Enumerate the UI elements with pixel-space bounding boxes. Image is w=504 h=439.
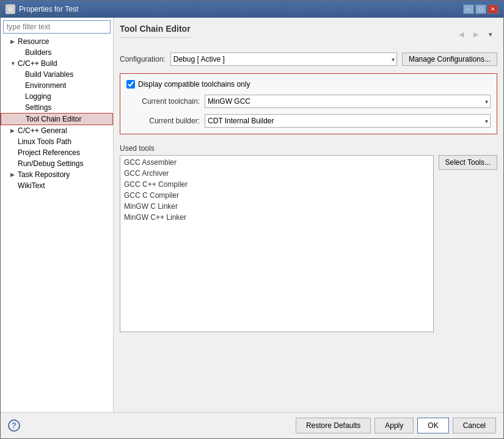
sidebar-item-label-build-variables: Build Variables xyxy=(25,70,73,79)
sidebar-item-label-resource: Resource xyxy=(18,37,49,46)
sidebar-item-label-task-repository: Task Repository xyxy=(18,170,70,179)
bottom-bar: ? Restore Defaults Apply OK Cancel xyxy=(1,412,503,438)
sidebar-item-build-variables[interactable]: Build Variables xyxy=(1,69,113,80)
sidebar: ▶ Resource Builders ▼ C/C++ Build Build … xyxy=(1,18,114,412)
sidebar-item-environment[interactable]: Environment xyxy=(1,80,113,91)
sidebar-item-wikitext[interactable]: WikiText xyxy=(1,180,113,191)
current-toolchain-row: Current toolchain: MinGW GCC ▾ xyxy=(126,95,491,108)
used-tools-section: Used tools GCC AssemblerGCC ArchiverGCC … xyxy=(120,144,497,332)
window-controls: ─ □ ✕ xyxy=(463,4,499,14)
compatible-toolchains-checkbox[interactable] xyxy=(126,80,135,89)
sidebar-item-label-linux-tools-path: Linux Tools Path xyxy=(18,137,71,146)
compatible-toolchains-row: Display compatible toolchains only xyxy=(126,80,491,89)
tool-item[interactable]: GCC Assembler xyxy=(122,157,432,168)
minimize-button[interactable]: ─ xyxy=(463,4,474,14)
tool-item[interactable]: MinGW C Linker xyxy=(122,201,432,212)
sidebar-item-project-references[interactable]: Project References xyxy=(1,147,113,158)
configuration-select[interactable]: Debug [ Active ] xyxy=(170,53,397,66)
spacer-run-debug xyxy=(10,161,16,167)
current-toolchain-label: Current toolchain: xyxy=(126,97,200,106)
sidebar-item-label-wikitext: WikiText xyxy=(18,181,45,190)
toolchain-select-wrapper: MinGW GCC ▾ xyxy=(205,95,491,108)
compatible-toolchains-label: Display compatible toolchains only xyxy=(138,80,250,89)
sidebar-item-label-logging: Logging xyxy=(25,92,51,101)
spacer-builders xyxy=(18,49,24,56)
expand-arrow-task-repository: ▶ xyxy=(10,172,16,178)
tool-item[interactable]: GCC C Compiler xyxy=(122,190,432,201)
toolchain-select[interactable]: MinGW GCC xyxy=(205,95,491,108)
sidebar-item-logging[interactable]: Logging xyxy=(1,91,113,102)
sidebar-item-cpp-build[interactable]: ▼ C/C++ Build xyxy=(1,58,113,69)
apply-button[interactable]: Apply xyxy=(374,418,414,434)
close-button[interactable]: ✕ xyxy=(488,4,499,14)
spacer-linux xyxy=(10,139,16,145)
spacer-project-refs xyxy=(10,150,16,156)
tool-item[interactable]: GCC C++ Compiler xyxy=(122,179,432,190)
properties-window: ⚙ Properties for Test ─ □ ✕ ▶ Resource B… xyxy=(0,0,504,439)
tools-list[interactable]: GCC AssemblerGCC ArchiverGCC C++ Compile… xyxy=(120,155,434,332)
sidebar-item-builders[interactable]: Builders xyxy=(1,47,113,58)
tool-item[interactable]: MinGW C++ Linker xyxy=(122,212,432,223)
manage-configurations-button[interactable]: Manage Configurations... xyxy=(402,53,497,66)
title-bar-left: ⚙ Properties for Test xyxy=(5,4,78,14)
main-panel: Tool Chain Editor ◀ ▶ ▾ Configuration: D… xyxy=(114,18,503,412)
sidebar-item-label-builders: Builders xyxy=(25,48,51,57)
bottom-left: ? xyxy=(8,419,20,432)
back-button[interactable]: ◀ xyxy=(455,28,468,42)
expand-arrow-cpp-build: ▼ xyxy=(10,60,16,67)
current-builder-label: Current builder: xyxy=(126,117,200,125)
sidebar-item-label-environment: Environment xyxy=(25,81,66,90)
sidebar-item-label-project-references: Project References xyxy=(18,148,80,157)
title-bar: ⚙ Properties for Test ─ □ ✕ xyxy=(1,1,503,18)
builder-select[interactable]: CDT Internal Builder xyxy=(205,114,491,128)
dialog-content: ▶ Resource Builders ▼ C/C++ Build Build … xyxy=(1,18,503,412)
restore-defaults-button[interactable]: Restore Defaults xyxy=(296,418,371,434)
builder-select-wrapper: CDT Internal Builder ▾ xyxy=(205,114,491,128)
filter-input[interactable] xyxy=(3,20,111,34)
sidebar-item-task-repository[interactable]: ▶ Task Repository xyxy=(1,169,113,180)
expand-arrow-resource: ▶ xyxy=(10,38,16,45)
nav-dropdown-button[interactable]: ▾ xyxy=(484,28,497,42)
select-tools-button[interactable]: Select Tools... xyxy=(439,155,497,170)
sidebar-item-label-settings: Settings xyxy=(25,103,51,112)
panel-title: Tool Chain Editor xyxy=(120,24,191,38)
spacer-wikitext xyxy=(10,183,16,189)
forward-button[interactable]: ▶ xyxy=(469,28,483,42)
tools-sidebar: Select Tools... xyxy=(439,155,497,332)
sidebar-item-cpp-general[interactable]: ▶ C/C++ General xyxy=(1,125,113,136)
used-tools-label: Used tools xyxy=(120,144,497,153)
configuration-row: Configuration: Debug [ Active ] ▾ Manage… xyxy=(120,53,497,66)
window-icon: ⚙ xyxy=(5,4,15,14)
sidebar-item-label-run-debug-settings: Run/Debug Settings xyxy=(18,159,83,168)
maximize-button[interactable]: □ xyxy=(475,4,486,14)
sidebar-item-run-debug-settings[interactable]: Run/Debug Settings xyxy=(1,158,113,169)
nav-arrows: ◀ ▶ ▾ xyxy=(455,28,497,42)
current-builder-row: Current builder: CDT Internal Builder ▾ xyxy=(126,114,491,128)
main-header: Tool Chain Editor ◀ ▶ ▾ xyxy=(120,24,497,45)
help-button[interactable]: ? xyxy=(8,419,20,432)
expand-arrow-cpp-general: ▶ xyxy=(10,128,16,134)
sidebar-item-label-cpp-build: C/C++ Build xyxy=(18,59,57,68)
window-title: Properties for Test xyxy=(19,5,78,13)
configuration-label: Configuration: xyxy=(120,55,166,63)
sidebar-item-tool-chain-editor[interactable]: Tool Chain Editor xyxy=(1,113,113,125)
sidebar-item-label-tool-chain-editor: Tool Chain Editor xyxy=(26,115,81,123)
configuration-select-wrapper: Debug [ Active ] ▾ xyxy=(170,53,397,66)
cancel-button[interactable]: Cancel xyxy=(453,418,496,434)
used-tools-container: GCC AssemblerGCC ArchiverGCC C++ Compile… xyxy=(120,155,497,332)
toolchain-form-section: Display compatible toolchains only Curre… xyxy=(120,73,497,134)
sidebar-item-settings[interactable]: Settings xyxy=(1,102,113,113)
ok-button[interactable]: OK xyxy=(417,418,448,434)
tool-item[interactable]: GCC Archiver xyxy=(122,168,432,179)
sidebar-item-resource[interactable]: ▶ Resource xyxy=(1,36,113,47)
bottom-right: Restore Defaults Apply OK Cancel xyxy=(296,418,496,434)
sidebar-item-linux-tools-path[interactable]: Linux Tools Path xyxy=(1,136,113,147)
sidebar-item-label-cpp-general: C/C++ General xyxy=(18,126,67,135)
